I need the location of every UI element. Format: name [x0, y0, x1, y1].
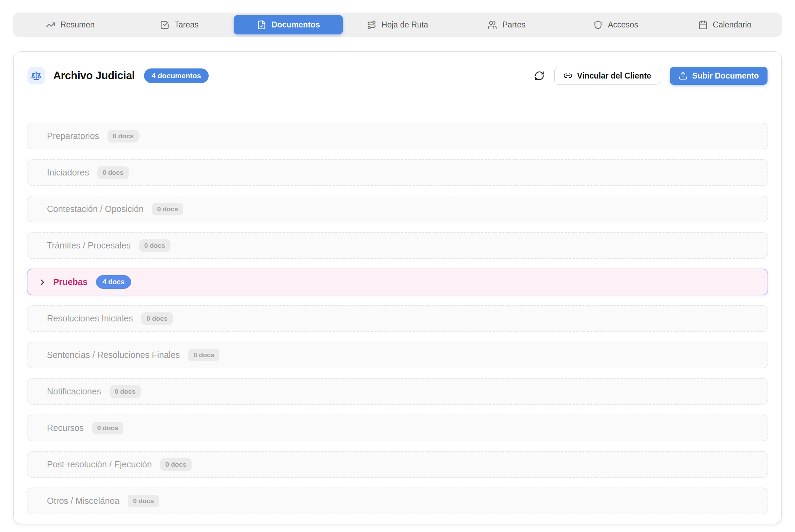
category-row-pruebas[interactable]: Pruebas 4 docs: [27, 269, 768, 295]
check-square-icon: [160, 20, 169, 30]
calendar-icon: [698, 20, 708, 30]
category-list: Preparatorios 0 docs Iniciadores 0 docs …: [14, 100, 781, 524]
category-label: Post-resolución / Ejecución: [47, 459, 152, 469]
category-label: Notificaciones: [47, 386, 101, 396]
category-row-contestaci-n-oposici-n[interactable]: Contestación / Oposición 0 docs: [27, 196, 768, 222]
page-title: Archivo Judicial: [53, 69, 135, 82]
header-actions: Vincular del Cliente Subir Documento: [534, 67, 768, 85]
category-label: Otros / Miscelánea: [47, 496, 119, 506]
scale-icon: [27, 67, 45, 84]
docs-count-badge: 0 docs: [152, 203, 183, 215]
docs-count-badge: 0 docs: [139, 239, 170, 252]
link-client-label: Vincular del Cliente: [577, 71, 651, 81]
tab-tareas[interactable]: Tareas: [125, 15, 234, 34]
tab-resumen[interactable]: Resumen: [16, 15, 125, 34]
category-label: Iniciadores: [47, 167, 89, 178]
tab-label: Documentos: [272, 20, 320, 30]
docs-count-badge: 0 docs: [128, 495, 159, 507]
tab-label: Tareas: [175, 20, 199, 30]
docs-count-badge: 0 docs: [110, 385, 141, 398]
category-label: Trámites / Procesales: [47, 240, 131, 251]
category-label: Contestación / Oposición: [47, 204, 144, 214]
docs-count-badge: 0 docs: [97, 166, 129, 179]
category-row-tr-mites-procesales[interactable]: Trámites / Procesales 0 docs: [27, 232, 768, 259]
tab-hoja-de-ruta[interactable]: Hoja de Ruta: [343, 15, 452, 34]
upload-icon: [678, 71, 688, 80]
shield-icon: [593, 20, 603, 30]
category-row-recursos[interactable]: Recursos 0 docs: [27, 415, 768, 441]
docs-count-badge: 0 docs: [160, 458, 192, 471]
tab-label: Resumen: [61, 20, 95, 30]
file-check-icon: [257, 20, 266, 30]
refresh-icon: [534, 71, 545, 81]
tab-label: Calendario: [713, 20, 752, 30]
tab-label: Partes: [502, 20, 525, 30]
category-row-iniciadores[interactable]: Iniciadores 0 docs: [27, 159, 768, 186]
card-header: Archivo Judicial 4 documentos Vincular d…: [14, 52, 781, 100]
docs-count-badge: 0 docs: [92, 422, 123, 434]
category-label: Pruebas: [53, 277, 88, 287]
upload-document-button[interactable]: Subir Documento: [670, 67, 768, 85]
trending-up-icon: [46, 20, 55, 30]
category-label: Recursos: [47, 423, 84, 433]
tab-partes[interactable]: Partes: [452, 15, 561, 34]
users-icon: [488, 20, 497, 30]
tab-accesos[interactable]: Accesos: [561, 15, 670, 34]
tab-bar: Resumen Tareas Documentos Hoja de Ruta P…: [13, 13, 782, 37]
docs-count-badge: 0 docs: [107, 130, 139, 142]
docs-count-badge: 4 docs: [96, 275, 131, 289]
category-row-resoluciones-iniciales[interactable]: Resoluciones Iniciales 0 docs: [27, 305, 768, 332]
tab-label: Accesos: [608, 20, 638, 30]
document-count-badge: 4 documentos: [144, 68, 209, 83]
archivo-judicial-card: Archivo Judicial 4 documentos Vincular d…: [13, 51, 782, 524]
category-label: Preparatorios: [47, 131, 99, 141]
category-row-notificaciones[interactable]: Notificaciones 0 docs: [27, 378, 768, 405]
category-row-post-resoluci-n-ejecuci-n[interactable]: Post-resolución / Ejecución 0 docs: [27, 451, 768, 478]
category-row-preparatorios[interactable]: Preparatorios 0 docs: [27, 123, 768, 149]
chevron-right-icon: [38, 278, 47, 287]
docs-count-badge: 0 docs: [188, 349, 219, 361]
category-row-otros-miscel-nea[interactable]: Otros / Miscelánea 0 docs: [27, 488, 768, 514]
link-icon: [563, 71, 572, 80]
tab-label: Hoja de Ruta: [382, 20, 428, 30]
upload-document-label: Subir Documento: [692, 71, 759, 81]
docs-count-badge: 0 docs: [141, 312, 172, 325]
route-icon: [367, 20, 376, 30]
category-row-sentencias-resoluciones-finales[interactable]: Sentencias / Resoluciones Finales 0 docs: [27, 342, 768, 368]
tab-documentos[interactable]: Documentos: [234, 15, 343, 34]
category-label: Sentencias / Resoluciones Finales: [47, 350, 180, 360]
category-label: Resoluciones Iniciales: [47, 313, 133, 324]
tab-calendario[interactable]: Calendario: [670, 15, 779, 34]
link-client-button[interactable]: Vincular del Cliente: [554, 67, 660, 85]
refresh-button[interactable]: [534, 71, 545, 81]
